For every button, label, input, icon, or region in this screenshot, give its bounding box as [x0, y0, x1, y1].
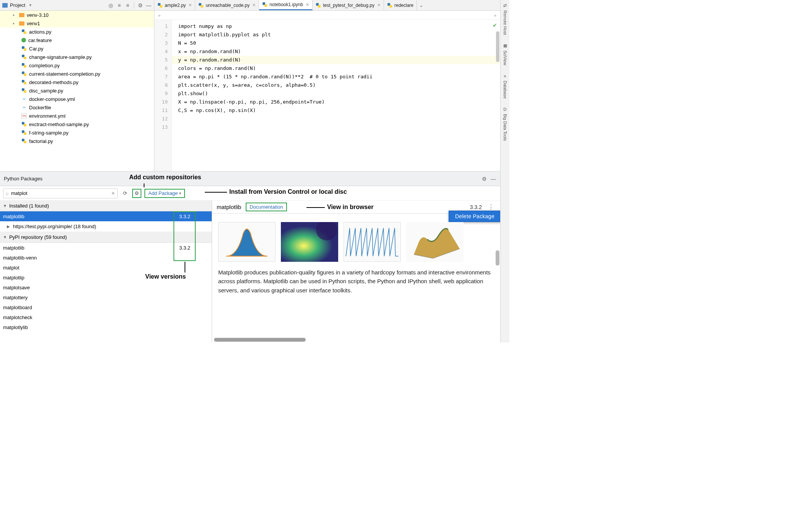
package-row-matplotsave[interactable]: matplotsave: [0, 282, 212, 292]
tree-item-factorial-py[interactable]: factorial.py: [0, 137, 154, 145]
breadcrumb[interactable]: » »: [154, 11, 500, 20]
tree-item-label: venv1: [27, 21, 40, 26]
detail-scrollbar[interactable]: [496, 250, 499, 266]
close-icon[interactable]: ✕: [377, 3, 381, 8]
hide-panel-icon[interactable]: —: [146, 2, 152, 8]
project-label[interactable]: Project: [10, 2, 25, 8]
tree-item-exctract-method-sample-py[interactable]: exctract-method-sample.py: [0, 120, 154, 128]
breadcrumb-chevron-right: »: [494, 13, 496, 18]
search-input[interactable]: [11, 190, 109, 196]
annotation-install-vc: Install from Version Control or local di…: [229, 188, 347, 195]
add-package-button[interactable]: Add Package ▾: [144, 189, 185, 198]
close-icon[interactable]: ✕: [306, 2, 309, 7]
package-row-matplotboard[interactable]: matplotboard: [0, 302, 212, 312]
tree-item-label: Dockerfile: [29, 105, 51, 110]
chevron-right-icon: ▸: [13, 21, 17, 25]
package-row-matplot[interactable]: matplot: [0, 263, 212, 272]
add-package-label: Add Package: [148, 190, 178, 196]
clear-search-icon[interactable]: ✕: [111, 191, 115, 196]
tabs-overflow-chevron[interactable]: ⌄: [417, 0, 426, 10]
gear-icon[interactable]: ⚙: [137, 2, 143, 8]
breadcrumb-chevron: »: [158, 13, 160, 18]
kebab-menu-icon[interactable]: ⋮: [486, 203, 496, 211]
inspection-ok-icon[interactable]: ✔: [493, 22, 497, 28]
package-list: ▼ Installed (1 found) matplotlib 3.3.2 ▶…: [0, 201, 212, 342]
python-file-icon: [316, 3, 321, 8]
jupyter-file-icon: [262, 2, 267, 7]
tree-item-car-py[interactable]: Car.py: [0, 44, 154, 53]
toolwindow-database[interactable]: Database: [503, 79, 507, 100]
chevron-down-icon[interactable]: ▼: [28, 3, 32, 7]
tab-label: ample2.py: [165, 3, 186, 8]
chevron-down-icon: ▼: [3, 204, 7, 208]
package-row-matplotlib-installed[interactable]: matplotlib 3.3.2: [0, 211, 212, 221]
tree-item-label: docker-compose.yml: [29, 96, 75, 102]
toolwindow-sciview[interactable]: SciView: [503, 49, 507, 67]
tab-test-pytest-for-debug-py[interactable]: test_pytest_for_debug.py✕: [313, 0, 384, 10]
expand-all-icon[interactable]: ≡: [116, 2, 122, 8]
collapse-all-icon[interactable]: ≡: [125, 2, 131, 8]
locate-icon[interactable]: ◎: [108, 2, 114, 8]
tree-item-label: disc_sample.py: [29, 88, 63, 94]
tree-item-completion-py[interactable]: completion.py: [0, 61, 154, 70]
tree-item-actions-py[interactable]: actions.py: [0, 28, 154, 36]
tree-item-label: change-signature-sample.py: [29, 54, 92, 60]
editor-scrollbar[interactable]: [496, 31, 499, 62]
python-file-icon: [21, 71, 27, 76]
tree-item-label: actions.py: [29, 29, 52, 35]
database-icon: ≡: [504, 74, 506, 78]
docker-file-icon: ▭: [21, 105, 27, 110]
tab-notebook1-ipynb[interactable]: notebook1.ipynb✕: [259, 0, 313, 10]
hide-panel-icon[interactable]: —: [490, 176, 496, 182]
horizontal-scrollbar[interactable]: [214, 338, 497, 342]
package-search-box[interactable]: ⌕ ✕: [3, 188, 118, 198]
tree-item-change-signature-sample-py[interactable]: change-signature-sample.py: [0, 53, 154, 61]
refresh-icon[interactable]: ⟳: [121, 189, 129, 198]
python-file-icon: [21, 88, 27, 93]
tab-ample2-py[interactable]: ample2.py✕: [154, 0, 195, 10]
package-description: Matplotlib produces publication-quality …: [212, 266, 500, 296]
close-icon[interactable]: ✕: [188, 3, 192, 8]
pypi-section-header[interactable]: ▼ PyPI repository (59 found): [0, 232, 212, 243]
package-name: matplotlylib: [3, 324, 28, 330]
package-row-matplotlib[interactable]: matplotlib3.3.2: [0, 243, 212, 253]
tree-item-environment-yml[interactable]: YMLenvironment.yml: [0, 112, 154, 120]
close-icon[interactable]: ✕: [252, 3, 256, 8]
tab-redeclare[interactable]: redeclare: [384, 0, 417, 10]
chevron-down-icon: ▼: [3, 235, 7, 239]
sub-repo-row[interactable]: ▶ https://test.pypi.org/simple/ (18 foun…: [0, 221, 212, 232]
tree-item-label: completion.py: [29, 63, 60, 68]
delete-package-menu-item[interactable]: Delete Package: [449, 211, 500, 222]
repositories-gear-button[interactable]: ⚙: [132, 189, 141, 198]
tab-unreachable-code-py[interactable]: unreachable_code.py✕: [195, 0, 259, 10]
installed-section-header[interactable]: ▼ Installed (1 found): [0, 201, 212, 211]
package-row-matplottery[interactable]: matplottery: [0, 292, 212, 302]
tree-item-current-statement-completion-py[interactable]: current-statement-completion.py: [0, 70, 154, 78]
tree-item-decorated-methods-py[interactable]: decorated-methods.py: [0, 78, 154, 86]
tree-item-car-feature[interactable]: car.feature: [0, 36, 154, 44]
python-file-icon: [21, 130, 27, 135]
tree-item-docker-compose-yml[interactable]: ▭docker-compose.yml: [0, 95, 154, 103]
package-row-matplotcheck[interactable]: matplotcheck: [0, 312, 212, 322]
toolwindow-big-data-tools[interactable]: Big Data Tools: [503, 112, 507, 143]
annotation-add-repos: Add custom repositories: [129, 174, 201, 181]
tree-item-venv1[interactable]: ▸venv1: [0, 19, 154, 28]
package-row-matplotlib-venn[interactable]: matplotlib-venn: [0, 253, 212, 263]
tree-item-venv-3-10[interactable]: ▸venv-3.10: [0, 11, 154, 19]
editor-tabs: ample2.py✕unreachable_code.py✕notebook1.…: [154, 0, 500, 11]
docker-file-icon: ▭: [21, 96, 27, 102]
tree-item-f-string-sample-py[interactable]: f-string-sample.py: [0, 128, 154, 137]
gear-icon[interactable]: ⚙: [481, 176, 487, 182]
remote-host-icon: ⇄: [503, 3, 507, 8]
documentation-link[interactable]: Documentation: [246, 203, 287, 211]
toolwindow-remote-host[interactable]: Remote Host: [503, 9, 507, 36]
tree-item-disc-sample-py[interactable]: disc_sample.py: [0, 86, 154, 95]
package-row-matplotlylib[interactable]: matplotlylib: [0, 322, 212, 332]
packages-title: Python Packages: [4, 176, 42, 182]
package-name: matplotlib: [3, 245, 24, 251]
detail-package-name: matplotlib: [217, 204, 241, 210]
project-icon: [2, 3, 8, 8]
search-icon: ⌕: [6, 190, 9, 196]
tree-item-dockerfile[interactable]: ▭Dockerfile: [0, 103, 154, 112]
chevron-right-icon: ▶: [7, 224, 10, 229]
